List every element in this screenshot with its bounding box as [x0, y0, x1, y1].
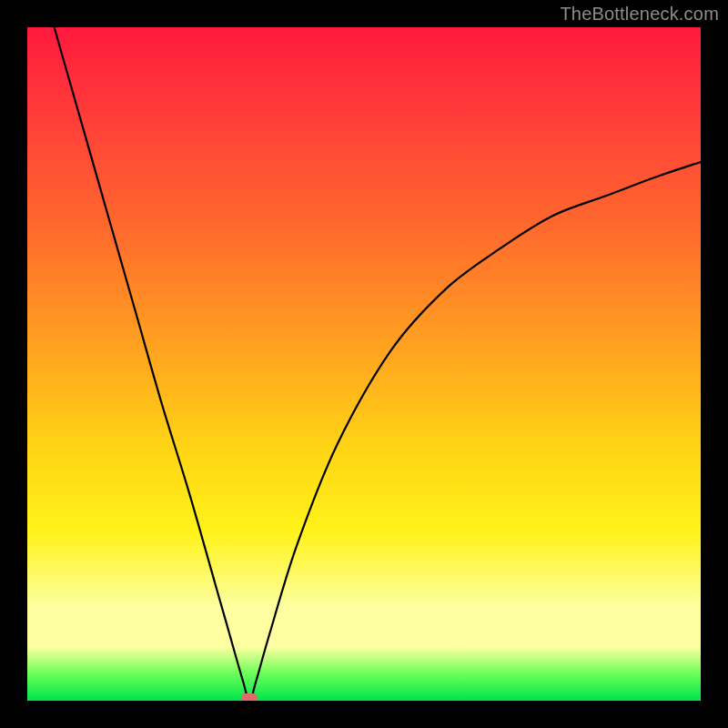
bottleneck-curve: [55, 27, 701, 701]
watermark-text: TheBottleneck.com: [560, 4, 719, 25]
curve-layer: [27, 27, 701, 701]
plot-area: [27, 27, 701, 701]
optimum-marker: [241, 693, 258, 701]
chart-frame: TheBottleneck.com: [0, 0, 728, 728]
